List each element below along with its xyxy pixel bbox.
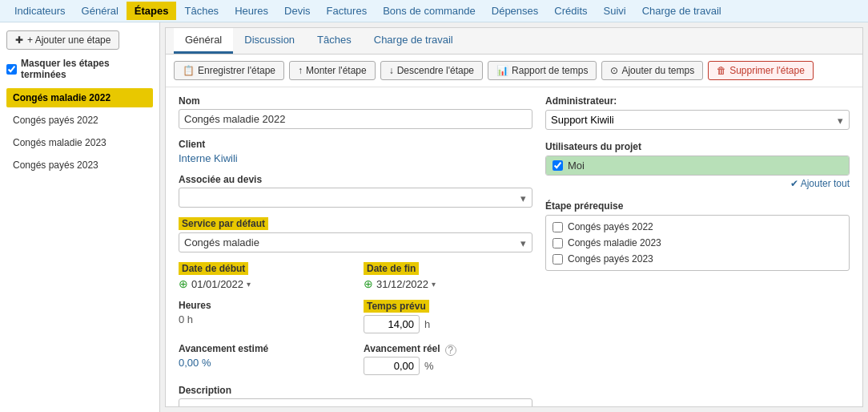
- tab-charge-travail[interactable]: Charge de travail: [363, 28, 464, 54]
- nav-heures[interactable]: Heures: [227, 2, 276, 20]
- nav-charge-travail[interactable]: Charge de travail: [634, 2, 729, 20]
- client-link[interactable]: Interne Kiwili: [179, 152, 238, 164]
- prereq-label: Étape prérequise: [545, 200, 850, 212]
- delete-label: Supprimer l'étape: [729, 65, 805, 76]
- delete-button[interactable]: 🗑 Supprimer l'étape: [708, 61, 814, 80]
- admin-select[interactable]: Support Kiwili: [545, 110, 850, 130]
- nav-credits[interactable]: Crédits: [546, 2, 595, 20]
- date-debut-arrow[interactable]: ▾: [247, 280, 251, 289]
- date-fin-icon[interactable]: ⊕: [364, 277, 373, 290]
- form-group-devis: Associée au devis: [179, 174, 532, 208]
- avancement-reel-input[interactable]: [364, 357, 420, 375]
- prereq-checkbox-0[interactable]: [553, 222, 563, 232]
- form-left: Nom Client Interne Kiwili Associée au de…: [179, 95, 532, 407]
- prereq-checkbox-1[interactable]: [553, 238, 563, 248]
- section-prereq: Étape prérequise Congés payés 2022 Congé…: [545, 200, 850, 271]
- service-select[interactable]: Congés maladie: [179, 232, 532, 252]
- nom-label: Nom: [179, 95, 532, 107]
- form-group-date-debut: Date de début ⊕ 01/01/2022 ▾: [179, 262, 348, 290]
- form-right: Administrateur: Support Kiwili Utilisate…: [545, 95, 850, 407]
- nav-indicateurs[interactable]: Indicateurs: [6, 2, 74, 20]
- prereq-list: Congés payés 2022 Congés maladie 2023 Co…: [545, 215, 850, 271]
- date-fin-arrow[interactable]: ▾: [432, 280, 436, 289]
- add-all-link[interactable]: ✔ Ajouter tout: [545, 176, 850, 189]
- form-group-avancement-estime: Avancement estimé 0,00 %: [179, 343, 348, 375]
- user-item-moi: Moi: [546, 156, 849, 175]
- date-debut-icon[interactable]: ⊕: [179, 277, 188, 290]
- form-group-avancement-reel: Avancement réel ? %: [364, 343, 532, 375]
- nom-input[interactable]: [179, 109, 532, 129]
- sidebar-item-conges-maladie-2022[interactable]: Congés maladie 2022: [6, 88, 153, 107]
- devis-select-wrapper: [179, 188, 532, 208]
- form-group-service: Service par défaut Congés maladie: [179, 217, 532, 252]
- nav-depenses[interactable]: Dépenses: [484, 2, 547, 20]
- add-step-button[interactable]: ✚ + Ajouter une étape: [6, 30, 119, 50]
- add-time-button[interactable]: ⊙ Ajouter du temps: [601, 61, 703, 80]
- prereq-label-2: Congés payés 2023: [568, 253, 653, 265]
- users-list: Moi: [545, 156, 850, 176]
- sidebar-item-conges-maladie-2023[interactable]: Congés maladie 2023: [6, 133, 153, 152]
- nav-suivi[interactable]: Suivi: [596, 2, 634, 20]
- service-select-wrapper: Congés maladie: [179, 232, 532, 252]
- form-group-temps-prevu: Temps prévu h: [364, 300, 532, 333]
- main-layout: ✚ + Ajouter une étape Masquer les étapes…: [0, 22, 868, 412]
- save-button[interactable]: 📋 Enregistrer l'étape: [174, 61, 284, 80]
- sidebar-item-conges-payes-2022[interactable]: Congés payés 2022: [6, 111, 153, 130]
- prereq-item-2: Congés payés 2023: [546, 251, 849, 267]
- hide-done-checkbox[interactable]: [6, 64, 17, 75]
- trash-icon: 🗑: [717, 65, 726, 76]
- report-label: Rapport de temps: [512, 65, 588, 76]
- avancement-reel-label-row: Avancement réel ?: [364, 343, 532, 357]
- move-up-button[interactable]: ↑ Monter l'étape: [289, 61, 376, 80]
- nav-taches[interactable]: Tâches: [176, 2, 227, 20]
- client-label: Client: [179, 139, 532, 150]
- nav-devis[interactable]: Devis: [276, 2, 319, 20]
- description-label: Description: [179, 385, 532, 396]
- nav-etapes[interactable]: Étapes: [127, 2, 177, 20]
- description-input[interactable]: [179, 398, 532, 407]
- chart-icon: 📊: [496, 65, 508, 76]
- report-button[interactable]: 📊 Rapport de temps: [488, 61, 597, 80]
- add-time-label: Ajouter du temps: [621, 65, 694, 76]
- form-row-heures: Heures 0 h Temps prévu h: [179, 300, 532, 343]
- form-row-avancement: Avancement estimé 0,00 % Avancement réel…: [179, 343, 532, 385]
- service-label: Service par défaut: [179, 217, 268, 230]
- date-debut-label: Date de début: [179, 262, 248, 275]
- date-debut-field: ⊕ 01/01/2022 ▾: [179, 277, 348, 290]
- heures-value: 0 h: [179, 313, 348, 325]
- tab-general[interactable]: Général: [174, 28, 233, 54]
- tab-taches[interactable]: Tâches: [306, 28, 363, 54]
- plus-icon: ✚: [15, 34, 23, 46]
- hide-done-toggle[interactable]: Masquer les étapes terminées: [6, 58, 153, 80]
- temps-prevu-label: Temps prévu: [364, 300, 429, 313]
- nav-factures[interactable]: Factures: [319, 2, 376, 20]
- nav-general[interactable]: Général: [74, 2, 127, 20]
- tab-discussion[interactable]: Discussion: [233, 28, 306, 54]
- save-icon: 📋: [183, 65, 195, 76]
- save-label: Enregistrer l'étape: [198, 65, 275, 76]
- content-area: Général Discussion Tâches Charge de trav…: [165, 27, 863, 407]
- prereq-label-0: Congés payés 2022: [568, 221, 653, 232]
- user-checkbox-moi[interactable]: [553, 160, 563, 171]
- form-row-dates: Date de début ⊕ 01/01/2022 ▾ Date de fin…: [179, 262, 532, 300]
- form-group-description: Description: [179, 385, 532, 407]
- avancement-unit: %: [424, 360, 434, 372]
- admin-select-wrapper: Support Kiwili: [545, 110, 850, 130]
- devis-select[interactable]: [179, 188, 532, 208]
- user-label-moi: Moi: [568, 160, 585, 172]
- form-group-client: Client Interne Kiwili: [179, 139, 532, 164]
- prereq-checkbox-2[interactable]: [553, 254, 563, 265]
- date-fin-field: ⊕ 31/12/2022 ▾: [364, 277, 532, 290]
- temps-prevu-row: h: [364, 315, 532, 333]
- date-fin-value: 31/12/2022: [376, 278, 428, 290]
- move-down-label: Descendre l'étape: [397, 65, 474, 76]
- help-icon[interactable]: ?: [445, 345, 456, 356]
- heures-label: Heures: [179, 300, 348, 311]
- arrow-up-icon: ↑: [298, 65, 303, 76]
- devis-label: Associée au devis: [179, 174, 532, 185]
- sidebar-item-conges-payes-2023[interactable]: Congés payés 2023: [6, 156, 153, 175]
- nav-bons-commande[interactable]: Bons de commande: [375, 2, 484, 20]
- temps-prevu-input[interactable]: [364, 315, 420, 333]
- move-down-button[interactable]: ↓ Descendre l'étape: [380, 61, 483, 80]
- add-step-label: + Ajouter une étape: [27, 34, 111, 46]
